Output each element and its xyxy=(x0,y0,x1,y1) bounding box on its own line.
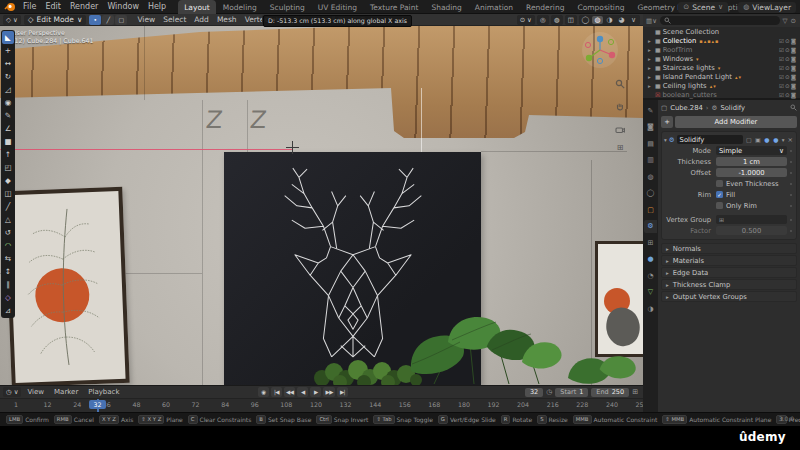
workspace-tab[interactable]: Compositing xyxy=(571,0,630,14)
tool-button[interactable]: △ xyxy=(2,213,14,226)
expand-arrow-icon[interactable]: ▸ xyxy=(648,38,653,44)
collapsed-section[interactable]: ▸ Thickness Clamp xyxy=(661,279,797,290)
toggle-grid-icon[interactable]: ⊞ xyxy=(617,143,624,152)
properties-tab[interactable]: ● xyxy=(644,253,657,266)
tool-button[interactable]: ◆ xyxy=(2,174,14,187)
breadcrumb-modifier[interactable]: Solidify xyxy=(720,104,745,112)
playback-button[interactable]: ◉ xyxy=(258,387,269,397)
blender-logo-icon[interactable] xyxy=(4,2,16,12)
view-layer-selector[interactable]: ◍ ViewLayer xyxy=(738,2,796,13)
app-menu-item[interactable]: Render xyxy=(66,2,102,11)
app-menu-item[interactable]: Window xyxy=(103,2,143,11)
outliner-options-icon[interactable]: ⊙ xyxy=(791,17,796,25)
viewport-menu-item[interactable]: Add xyxy=(191,15,212,24)
workspace-tab[interactable]: Shading xyxy=(425,0,467,14)
add-modifier-button[interactable]: Add Modifier xyxy=(675,116,797,128)
tool-button[interactable]: ✎ xyxy=(2,109,14,122)
display-toggle-icon[interactable]: ▢ xyxy=(745,136,753,143)
playback-button[interactable]: ▶| xyxy=(337,387,348,397)
expand-arrow-icon[interactable]: ▸ xyxy=(648,56,653,62)
playback-button[interactable]: ▶ xyxy=(310,387,321,397)
workspace-tab[interactable]: Modeling xyxy=(217,0,263,14)
playback-button[interactable]: |◀ xyxy=(271,387,282,397)
collapsed-section[interactable]: ▸ Materials xyxy=(661,255,797,266)
expand-arrow-icon[interactable]: ▸ xyxy=(648,47,653,53)
tool-button[interactable]: + xyxy=(2,44,14,57)
realtime-toggle-icon[interactable]: ● xyxy=(763,136,771,143)
offset-slider[interactable]: -1.0000 xyxy=(716,168,787,177)
workspace-tab[interactable]: Texture Paint xyxy=(364,0,424,14)
workspace-tab[interactable]: Rendering xyxy=(520,0,570,14)
only-rim-checkbox[interactable] xyxy=(716,202,723,209)
outliner-editor-type-button[interactable]: ▥∨ xyxy=(646,17,657,25)
viewport-canvas[interactable]: Z Z User Perspective (12) Cube.284 | Cub… xyxy=(0,26,643,385)
viewport-menu-item[interactable]: Mesh xyxy=(214,15,240,24)
show-overlays-button[interactable]: ◍ xyxy=(551,15,563,25)
expand-arrow-icon[interactable]: ▸ xyxy=(648,83,653,89)
app-menu-item[interactable]: File xyxy=(19,2,40,11)
timeline-ruler[interactable]: 1122436486072849610812013214415616818019… xyxy=(0,398,643,413)
tool-button[interactable]: ■ xyxy=(2,135,14,148)
tool-button[interactable]: ↻ xyxy=(2,70,14,83)
shading-rendered-button[interactable]: ◕ xyxy=(616,16,627,24)
workspace-tab[interactable]: Layout xyxy=(178,0,216,14)
timeline-menu-item[interactable]: Marker xyxy=(50,388,82,396)
frame-end-field[interactable]: End250 xyxy=(591,388,629,397)
app-menu-item[interactable]: Edit xyxy=(41,2,65,11)
shading-wireframe-button[interactable]: ◯ xyxy=(580,16,591,24)
mode-dropdown[interactable]: Simple∨ xyxy=(716,146,787,155)
timeline-menu-item[interactable]: Playback xyxy=(84,388,123,396)
outliner-row[interactable]: ▸ ▦ RoofTrim ☑⊙◙ xyxy=(643,45,800,54)
close-icon[interactable]: × xyxy=(787,136,794,144)
workspace-tab[interactable]: Animation xyxy=(469,0,519,14)
properties-tab[interactable]: ◙ xyxy=(644,121,657,134)
modifier-extras-dropdown[interactable]: ▾ xyxy=(782,137,785,143)
tool-button[interactable]: ◠ xyxy=(2,239,14,252)
timeline-menu-item[interactable]: View xyxy=(23,388,48,396)
tool-button[interactable]: ◉ xyxy=(2,96,14,109)
outliner-row[interactable]: ▸ ▦ Island Pendant Light ▴▾ ☑⊙◙ xyxy=(643,72,800,81)
frame-start-field[interactable]: Start1 xyxy=(555,388,588,397)
properties-tab[interactable]: ▥ xyxy=(644,154,657,167)
outliner-filter-icon[interactable]: ▽ xyxy=(783,17,788,25)
show-gizmo-button[interactable]: ◎ xyxy=(537,15,549,25)
shading-material-button[interactable]: ◑ xyxy=(604,16,615,24)
collapsed-section[interactable]: ▸ Edge Data xyxy=(661,267,797,278)
tool-button[interactable]: ↺ xyxy=(2,226,14,239)
playback-button[interactable]: ▶▶ xyxy=(323,387,334,397)
expand-arrow-icon[interactable]: ▸ xyxy=(648,65,653,71)
properties-tab[interactable]: ▤ xyxy=(644,137,657,150)
tool-button[interactable]: ◰ xyxy=(2,161,14,174)
shading-dropdown[interactable]: ∨ xyxy=(628,16,639,24)
outliner-row[interactable]: ▸ ▦ Staircase lights ▾ ☑⊙◙ xyxy=(643,63,800,72)
properties-tab[interactable]: ◔ xyxy=(644,269,657,282)
tool-button[interactable]: ◇ xyxy=(2,291,14,304)
editmode-toggle-icon[interactable]: ▣ xyxy=(754,136,762,143)
edge-select-mode-button[interactable]: ╱ xyxy=(102,15,114,25)
outliner-row[interactable]: ▦ Scene Collection ☑⊙◙ xyxy=(643,27,800,36)
current-frame-field[interactable]: 32 xyxy=(525,388,543,397)
rim-fill-checkbox[interactable]: ✓ xyxy=(716,191,723,198)
vertex-select-mode-button[interactable]: • xyxy=(89,15,101,25)
outliner-row[interactable]: ☒ boolean_cutters ☑⊙◙ xyxy=(643,90,800,99)
outliner-row[interactable]: ▸ ▦ Collection ▪▴▪▴▪ ☑⊙◙ xyxy=(643,36,800,45)
panel-expand-icon[interactable]: ▾ xyxy=(664,137,667,143)
outliner-row[interactable]: ▸ ▦ Windows ▾ ☑⊙◙ xyxy=(643,54,800,63)
navigation-gizmo[interactable] xyxy=(582,32,618,68)
tool-button[interactable]: ∠ xyxy=(2,122,14,135)
workspace-tab[interactable]: Sculpting xyxy=(264,0,311,14)
vertex-group-field[interactable]: ⊞ xyxy=(716,215,787,224)
editor-type-button[interactable]: ◇∨ xyxy=(3,15,21,25)
modifier-name-field[interactable]: Solidify xyxy=(677,135,743,144)
tool-button[interactable]: ◣ xyxy=(2,31,14,44)
tool-button[interactable]: ↕ xyxy=(2,265,14,278)
use-preview-range-icon[interactable]: ◷ xyxy=(546,388,552,396)
even-thickness-checkbox[interactable] xyxy=(716,180,723,187)
properties-tab[interactable]: ◯ xyxy=(644,187,657,200)
tool-button[interactable]: ⊿ xyxy=(2,304,14,317)
pan-hand-icon[interactable] xyxy=(615,97,625,116)
outliner-search-input[interactable] xyxy=(660,16,780,25)
tool-button[interactable]: ╱ xyxy=(2,200,14,213)
properties-tab[interactable]: ◑ xyxy=(644,302,657,315)
render-toggle-icon[interactable]: ● xyxy=(772,136,780,143)
